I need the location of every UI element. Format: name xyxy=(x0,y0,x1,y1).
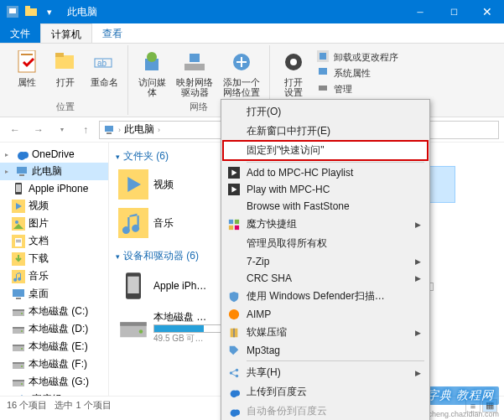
window-title: 此电脑 xyxy=(62,5,403,19)
sidebar-item-label: 下载 xyxy=(29,251,49,266)
manage-button[interactable]: 管理 xyxy=(314,81,402,96)
sidebar-item[interactable]: 音乐 xyxy=(0,267,108,285)
svg-point-73 xyxy=(139,329,143,334)
context-menu-separator xyxy=(247,360,424,361)
sidebar-item[interactable]: 本地磁盘 (C:) xyxy=(0,303,108,320)
sidebar-item[interactable]: 下载 xyxy=(0,250,108,267)
forward-button[interactable]: → xyxy=(29,120,49,140)
context-menu-label: 在新窗口中打开(E) xyxy=(247,124,330,138)
sidebar-item[interactable]: ▸家庭组 xyxy=(0,391,108,396)
sidebar-item[interactable]: 图片 xyxy=(0,215,108,232)
svg-point-24 xyxy=(22,152,29,158)
up-button[interactable]: ↑ xyxy=(75,120,96,140)
context-menu-item[interactable]: Play with MPC-HC xyxy=(223,181,428,198)
sidebar-item-label: 本地磁盘 (E:) xyxy=(29,340,88,354)
svg-point-56 xyxy=(21,383,23,385)
sidebar-item[interactable]: 本地磁盘 (G:) xyxy=(0,373,108,391)
svg-rect-5 xyxy=(21,54,33,55)
tab-computer[interactable]: 计算机 xyxy=(40,23,92,43)
tab-file[interactable]: 文件 xyxy=(0,23,40,43)
svg-rect-3 xyxy=(25,6,30,9)
context-menu-label: 使用 Windows Defender扫描… xyxy=(247,289,385,303)
svg-point-11 xyxy=(147,52,157,62)
pc-icon xyxy=(15,165,29,179)
svg-point-50 xyxy=(21,348,23,350)
context-menu-item[interactable]: 软媒压缩▶ xyxy=(223,323,428,342)
svg-rect-79 xyxy=(235,219,239,223)
sidebar-item-label: 文档 xyxy=(29,234,49,248)
sidebar-item[interactable]: 桌面 xyxy=(0,285,108,303)
uninstall-button[interactable]: 卸载或更改程序 xyxy=(314,49,402,65)
back-button[interactable]: ← xyxy=(5,120,25,140)
context-menu-label: Play with MPC-HC xyxy=(247,184,330,195)
minimize-button[interactable]: ─ xyxy=(403,0,437,23)
sidebar-item[interactable]: 文档 xyxy=(0,232,108,250)
sysprops-button[interactable]: 系统属性 xyxy=(314,65,402,80)
properties-button[interactable]: 属性 xyxy=(8,47,45,99)
aimp-icon xyxy=(227,308,241,321)
svg-rect-25 xyxy=(17,167,27,174)
context-menu-item[interactable]: 打开(O) xyxy=(223,102,428,122)
context-menu-item[interactable]: Add to MPC-HC Playlist xyxy=(223,164,428,181)
phone-icon xyxy=(118,271,148,301)
context-menu-item[interactable]: 7-Zip▶ xyxy=(223,253,428,270)
context-menu-label: 共享(H) xyxy=(247,366,281,380)
open-button[interactable]: 打开 xyxy=(47,47,84,99)
context-menu-separator xyxy=(247,162,424,163)
context-menu-item[interactable]: 共享(H)▶ xyxy=(223,363,428,382)
add-network-button[interactable]: 添加一个 网络位置 xyxy=(219,47,264,99)
close-button[interactable]: ✕ xyxy=(470,0,504,23)
cloud-icon xyxy=(227,405,241,418)
svg-text:ab: ab xyxy=(97,59,107,68)
qat-dropdown-icon[interactable]: ▾ xyxy=(42,4,57,19)
context-menu-item[interactable]: CRC SHA▶ xyxy=(223,270,428,287)
pic-icon xyxy=(12,217,25,231)
context-menu-item[interactable]: 魔方快捷组▶ xyxy=(223,215,428,234)
submenu-arrow-icon: ▶ xyxy=(415,369,421,377)
svg-point-92 xyxy=(234,409,240,415)
svg-point-32 xyxy=(15,220,18,224)
context-menu-label: 软媒压缩 xyxy=(247,325,287,340)
svg-rect-20 xyxy=(319,86,327,91)
video-icon xyxy=(12,200,25,213)
svg-rect-43 xyxy=(13,309,24,311)
music-icon xyxy=(118,208,148,238)
context-menu-item[interactable]: 管理员取得所有权 xyxy=(223,234,428,253)
tab-view[interactable]: 查看 xyxy=(92,23,132,43)
svg-rect-2 xyxy=(25,8,37,16)
sidebar-item[interactable]: Apple iPhone xyxy=(0,180,108,197)
svg-rect-78 xyxy=(229,219,233,223)
sidebar-item[interactable]: 本地磁盘 (F:) xyxy=(0,355,108,373)
rename-button[interactable]: ab重命名 xyxy=(86,47,122,99)
sidebar-item-label: 音乐 xyxy=(29,269,49,283)
drive-icon xyxy=(12,305,25,319)
sidebar-item-label: 桌面 xyxy=(29,287,49,301)
context-menu-label: 管理员取得所有权 xyxy=(247,236,327,251)
sidebar-item[interactable]: ▸此电脑 xyxy=(0,163,108,180)
qat-folder-icon[interactable] xyxy=(23,4,39,19)
svg-point-90 xyxy=(234,390,240,396)
maximize-button[interactable]: ☐ xyxy=(437,0,470,23)
context-menu-item[interactable]: 在新窗口中打开(E) xyxy=(223,122,428,141)
settings-button[interactable]: 打开 设置 xyxy=(275,47,312,99)
context-menu-item[interactable]: AIMP xyxy=(223,306,428,323)
svg-rect-46 xyxy=(13,327,24,329)
context-menu-item[interactable]: Mp3tag xyxy=(223,342,428,359)
context-menu-item[interactable]: 固定到"快速访问" xyxy=(223,141,428,160)
phone-icon xyxy=(12,182,25,195)
grid-icon xyxy=(227,218,241,231)
context-menu: 打开(O)在新窗口中打开(E)固定到"快速访问"Add to MPC-HC Pl… xyxy=(221,99,430,420)
ribbon-tabs: 文件 计算机 查看 xyxy=(0,23,504,44)
breadcrumb-root[interactable]: 此电脑 xyxy=(124,122,154,137)
access-media-button[interactable]: 访问媒体 xyxy=(133,47,170,99)
context-menu-item[interactable]: 上传到百度云 xyxy=(223,382,428,402)
sidebar-item[interactable]: 本地磁盘 (D:) xyxy=(0,320,108,338)
context-menu-item[interactable]: Browse with FastStone xyxy=(223,198,428,215)
history-dropdown[interactable]: ▾ xyxy=(52,120,72,140)
sidebar-item[interactable]: 视频 xyxy=(0,197,108,215)
submenu-arrow-icon: ▶ xyxy=(415,329,421,337)
map-drive-button[interactable]: 映射网络 驱动器 xyxy=(172,47,217,99)
context-menu-item[interactable]: 使用 Windows Defender扫描… xyxy=(223,287,428,306)
sidebar-item[interactable]: 本地磁盘 (E:) xyxy=(0,338,108,355)
sidebar-item[interactable]: ▸OneDrive xyxy=(0,146,108,163)
